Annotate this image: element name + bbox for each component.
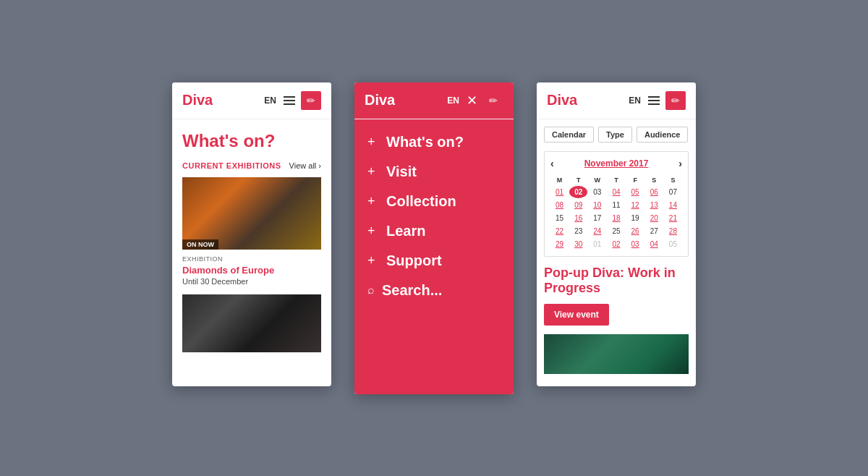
cal-day-03: 03	[588, 186, 606, 198]
plus-icon-visit: +	[367, 164, 379, 179]
cal-day-25: 25	[607, 225, 625, 237]
cal-day-29[interactable]: 29	[550, 238, 569, 250]
cal-header-w: W	[588, 175, 606, 185]
exhibit1-image-inner	[182, 177, 321, 250]
exhibit1-title[interactable]: Diamonds of Europe	[182, 265, 321, 276]
exhibit1-date: Until 30 December	[182, 277, 321, 286]
filter-buttons: Calendar Type Audience	[544, 127, 689, 143]
cal-day-11: 11	[607, 199, 625, 211]
cal-header-t1: T	[569, 175, 587, 185]
cal-day-19: 19	[626, 212, 644, 224]
view-event-button[interactable]: View event	[544, 304, 609, 326]
cal-day-22[interactable]: 22	[550, 225, 569, 237]
cal-day-05-next: 05	[664, 238, 682, 250]
cal-day-01[interactable]: 01	[550, 186, 569, 198]
cal-day-30[interactable]: 30	[569, 238, 587, 250]
plus-icon-collection: +	[367, 194, 379, 209]
cal-header-f: F	[626, 175, 644, 185]
screen1-header: Diva EN ✏	[172, 82, 331, 119]
exhibit2-image	[182, 294, 321, 352]
screen2-menu-body: + What's on? + Visit + Collection + Lear…	[354, 119, 514, 394]
cal-day-16[interactable]: 16	[569, 212, 587, 224]
cal-day-24[interactable]: 24	[588, 225, 606, 237]
menu-item-collection[interactable]: + Collection	[367, 193, 501, 210]
cal-day-02-next[interactable]: 02	[607, 238, 625, 250]
screen3-hamburger-icon[interactable]	[648, 96, 660, 105]
filter-audience-button[interactable]: Audience	[637, 127, 689, 143]
screen3-edit-button[interactable]: ✏	[665, 91, 686, 110]
cal-next-button[interactable]: ›	[678, 158, 682, 169]
cal-day-08[interactable]: 08	[550, 199, 569, 211]
plus-icon-support: +	[367, 253, 379, 268]
screenshots-container: Diva EN ✏ What's on? Current Exhibitions…	[143, 54, 725, 423]
plus-icon-learn: +	[367, 224, 379, 239]
screen2-header: Diva EN ✕ ✏	[354, 82, 514, 119]
menu-item-whats-on[interactable]: + What's on?	[367, 134, 501, 150]
screen2-edit-button[interactable]: ✏	[483, 91, 503, 110]
cal-day-06[interactable]: 06	[645, 186, 663, 198]
menu-label-visit: Visit	[386, 163, 417, 180]
cal-prev-button[interactable]: ‹	[550, 158, 554, 169]
cal-day-14[interactable]: 14	[664, 199, 682, 211]
screen1-content: What's on? Current Exhibitions View all …	[172, 119, 331, 364]
cal-day-03-next[interactable]: 03	[626, 238, 644, 250]
menu-search[interactable]: ⌕ Search...	[367, 282, 501, 299]
menu-label-whats-on: What's on?	[386, 134, 464, 150]
screen2-lang: EN	[447, 95, 459, 106]
cal-day-09[interactable]: 09	[569, 199, 587, 211]
cal-header-m: M	[550, 175, 569, 185]
cal-header-s1: S	[645, 175, 663, 185]
screen2-logo: Diva	[365, 92, 447, 109]
exhibit1-type: EXHIBITION	[182, 255, 321, 263]
view-all-link[interactable]: View all ›	[289, 161, 321, 170]
cal-day-28[interactable]: 28	[664, 225, 682, 237]
section-header: Current Exhibitions View all ›	[182, 161, 321, 170]
calendar-container: ‹ November 2017 › M T W T F S S 01 02 03	[544, 151, 689, 257]
cal-day-12[interactable]: 12	[626, 199, 644, 211]
exhibit2-image-inner	[182, 294, 321, 352]
cal-day-07: 07	[664, 186, 682, 198]
screen3-frame: Diva EN ✏ Calendar Type Audience ‹ Novem…	[537, 82, 696, 386]
screen3-lang: EN	[629, 95, 641, 106]
cal-day-26[interactable]: 26	[626, 225, 644, 237]
cal-day-01-next: 01	[588, 238, 606, 250]
menu-item-learn[interactable]: + Learn	[367, 223, 501, 239]
filter-calendar-button[interactable]: Calendar	[544, 127, 594, 143]
screen1-title: What's on?	[182, 131, 321, 151]
exhibit1-image: ON NOW	[182, 177, 321, 250]
cal-day-04-next[interactable]: 04	[645, 238, 663, 250]
hamburger-icon[interactable]	[284, 96, 295, 105]
bottom-image-inner	[544, 334, 689, 374]
on-now-badge: ON NOW	[182, 239, 218, 250]
event-heading: Pop-up Diva: Work in Progress	[544, 265, 689, 297]
section-label: Current Exhibitions	[182, 161, 281, 170]
close-icon[interactable]: ✕	[467, 93, 477, 109]
screen3-logo: Diva	[547, 92, 629, 109]
cal-day-04[interactable]: 04	[607, 186, 625, 198]
cal-day-05[interactable]: 05	[626, 186, 644, 198]
cal-day-10[interactable]: 10	[588, 199, 606, 211]
cal-day-21[interactable]: 21	[664, 212, 682, 224]
cal-day-20[interactable]: 20	[645, 212, 663, 224]
cal-day-27: 27	[645, 225, 663, 237]
menu-label-learn: Learn	[386, 223, 425, 239]
menu-item-support[interactable]: + Support	[367, 252, 501, 269]
cal-day-18[interactable]: 18	[607, 212, 625, 224]
cal-day-02[interactable]: 02	[569, 186, 587, 198]
menu-item-visit[interactable]: + Visit	[367, 163, 501, 180]
screen1-frame: Diva EN ✏ What's on? Current Exhibitions…	[172, 82, 331, 386]
cal-header-s2: S	[664, 175, 682, 185]
screen1-lang: EN	[264, 95, 276, 106]
search-icon: ⌕	[367, 284, 375, 297]
filter-type-button[interactable]: Type	[598, 127, 632, 143]
screen1-edit-button[interactable]: ✏	[301, 91, 321, 110]
cal-day-23: 23	[569, 225, 587, 237]
screen1-logo: Diva	[182, 92, 264, 109]
menu-label-support: Support	[386, 252, 442, 269]
cal-header-t2: T	[607, 175, 625, 185]
cal-day-13[interactable]: 13	[645, 199, 663, 211]
cal-day-15: 15	[550, 212, 569, 224]
cal-day-17: 17	[588, 212, 606, 224]
screen3-header: Diva EN ✏	[537, 82, 696, 119]
menu-search-label[interactable]: Search...	[382, 282, 442, 299]
